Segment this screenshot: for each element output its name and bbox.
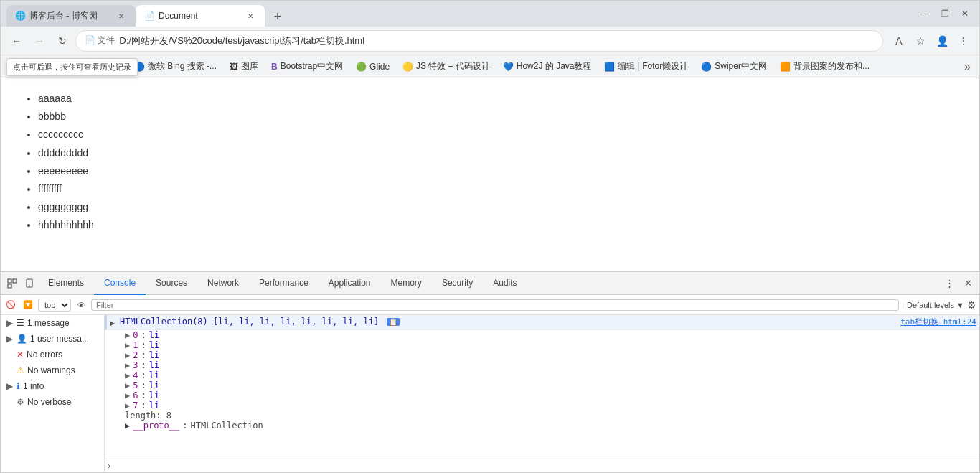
tree-item-0[interactable]: ▶ 0 : li [113, 330, 979, 340]
console-eye-icon[interactable]: 👁 [74, 298, 88, 312]
console-clear-button[interactable]: 🚫 [4, 298, 18, 312]
copy-icon[interactable]: 📋 [387, 318, 400, 326]
tab-2-title: Document [159, 11, 240, 21]
svg-rect-2 [8, 284, 11, 288]
console-errors[interactable]: ✕ No errors [1, 347, 104, 362]
tree-item-4[interactable]: ▶ 4 : li [113, 370, 979, 380]
devtools-close-button[interactable]: ✕ [959, 275, 976, 292]
reload-button[interactable]: ↻ [52, 31, 72, 51]
tab-2[interactable]: 📄 Document ✕ [136, 5, 265, 27]
bookmark-bg[interactable]: 🟧 背景图案的发布和... [774, 59, 875, 74]
devtools-tab-audits[interactable]: Audits [483, 272, 527, 295]
tree-item-5[interactable]: ▶ 5 : li [113, 380, 979, 390]
address-lock-icon: 📄 文件 [85, 34, 115, 47]
bookmarks-more-button[interactable]: » [961, 59, 974, 75]
tab-2-close[interactable]: ✕ [245, 10, 256, 22]
console-toolbar: 🚫 🔽 top 👁 | Default levels ▼ ⚙ [1, 295, 979, 315]
devtools-tab-network[interactable]: Network [197, 272, 249, 295]
list-icon: ☰ [17, 318, 24, 328]
maximize-button[interactable]: ❐ [936, 5, 953, 22]
console-warnings[interactable]: ⚠ No warnings [1, 362, 104, 378]
message-body: HTMLCollection(8) [li, li, li, li, li, l… [120, 317, 895, 327]
address-bar[interactable]: 📄 文件 [75, 30, 883, 52]
proto-val: HTMLCollection [191, 421, 263, 431]
bookmark-bootstrap[interactable]: B Bootstrap中文网 [265, 59, 349, 74]
console-settings-icon[interactable]: ⚙ [967, 299, 976, 311]
source-link[interactable]: tab栏切换.html:24 [895, 317, 976, 327]
tree-item-3[interactable]: ▶ 3 : li [113, 360, 979, 370]
translate-icon[interactable]: A [889, 31, 909, 51]
console-filter-toggle[interactable]: 🔽 [21, 298, 35, 312]
console-user-messages[interactable]: ▶ 👤 1 user messa... [1, 331, 104, 347]
html-collection-label[interactable]: HTMLCollection(8) [li, li, li, li, li, l… [120, 317, 384, 327]
console-context-select[interactable]: top [38, 299, 71, 312]
new-tab-button[interactable]: + [268, 6, 288, 27]
forward-button[interactable]: → [29, 31, 50, 51]
address-input[interactable] [119, 35, 874, 46]
bookmark-gallery[interactable]: 🖼 图库 [224, 59, 264, 74]
minimize-button[interactable]: — [916, 5, 933, 22]
expand-icon: ▶ [6, 318, 14, 328]
list-item: ddddddddd [38, 144, 962, 162]
tab-1[interactable]: 🌐 博客后台 - 博客园 ✕ [6, 5, 136, 27]
tree-expand-3: ▶ [125, 360, 130, 370]
message-expand-icon[interactable]: ▶ [110, 317, 120, 328]
tree-item-1[interactable]: ▶ 1 : li [113, 340, 979, 350]
bookmark-glide[interactable]: 🟢 Glide [350, 60, 395, 73]
console-body: ▶ ☰ 1 message ▶ 👤 1 user messa... ✕ No e… [1, 315, 979, 472]
tree-item-7[interactable]: ▶ 7 : li [113, 401, 979, 411]
back-button[interactable]: ← 点击可后退，按住可查看历史记录 [6, 31, 27, 51]
list-item: fffffffff [38, 180, 962, 198]
devtools-tab-elements[interactable]: Elements [38, 272, 94, 295]
console-input[interactable] [113, 461, 976, 471]
bookmark-js[interactable]: 🟡 JS 特效 – 代码设计 [397, 59, 496, 74]
devtools-panel: Elements Console Sources Network Perform… [1, 271, 979, 472]
devtools-device-icon[interactable] [21, 275, 38, 292]
back-tooltip: 点击可后退，按住可查看历史记录 [6, 58, 138, 76]
user-messages-label: 1 user messa... [30, 334, 89, 344]
console-left-panel: ▶ ☰ 1 message ▶ 👤 1 user messa... ✕ No e… [1, 315, 105, 472]
length-line: length: 8 [113, 411, 979, 421]
list-item: eeeeeeeee [38, 162, 962, 180]
bookmark-icon[interactable]: ☆ [910, 31, 930, 51]
console-group-messages[interactable]: ▶ ☰ 1 message [1, 315, 104, 331]
default-levels-button[interactable]: Default levels ▼ [907, 301, 964, 309]
verbose-label: No verbose [27, 397, 71, 407]
devtools-tab-security[interactable]: Security [432, 272, 483, 295]
console-info[interactable]: ▶ ℹ 1 info [1, 378, 104, 394]
console-message-row: ▶ HTMLCollection(8) [li, li, li, li, li,… [105, 315, 979, 330]
tree-item-2[interactable]: ▶ 2 : li [113, 350, 979, 360]
devtools-tab-bar: Elements Console Sources Network Perform… [1, 272, 979, 295]
devtools-tab-application[interactable]: Application [319, 272, 381, 295]
error-icon: ✕ [17, 350, 24, 360]
profile-icon[interactable]: 👤 [932, 31, 952, 51]
expand-icon: ▶ [6, 334, 14, 344]
tab-1-close[interactable]: ✕ [116, 10, 127, 22]
bookmark-bing[interactable]: 🔵 微软 Bing 搜索 -... [128, 59, 222, 74]
close-button[interactable]: ✕ [956, 5, 974, 22]
list-item: aaaaaa [38, 90, 962, 108]
list-item: ggggggggg [38, 198, 962, 216]
svg-rect-1 [13, 279, 17, 283]
proto-expand-icon: ▶ [125, 421, 130, 431]
bookmark-fotor[interactable]: 🟦 编辑 | Fotor懒设计 [598, 59, 694, 74]
devtools-tab-sources[interactable]: Sources [146, 272, 197, 295]
bookmark-swiper[interactable]: 🔵 Swiper中文网 [695, 59, 773, 74]
window-controls: — ❐ ✕ [916, 5, 974, 22]
devtools-inspect-icon[interactable] [4, 275, 21, 292]
devtools-tab-console[interactable]: Console [94, 272, 146, 295]
tree-item-6[interactable]: ▶ 6 : li [113, 390, 979, 401]
devtools-tab-performance[interactable]: Performance [249, 272, 319, 295]
proto-line[interactable]: ▶ __proto__ : HTMLCollection [113, 421, 979, 431]
tree-expand-4: ▶ [125, 370, 130, 380]
devtools-tab-memory[interactable]: Memory [381, 272, 432, 295]
menu-icon[interactable]: ⋮ [953, 31, 974, 51]
proto-key: __proto__ [133, 421, 179, 431]
tree-expand-0: ▶ [125, 330, 130, 340]
bookmark-how2j[interactable]: 💙 How2J 的 Java教程 [497, 59, 598, 74]
console-verbose[interactable]: ⚙ No verbose [1, 394, 104, 410]
devtools-more-button[interactable]: ⋮ [941, 275, 958, 292]
console-filter-input[interactable] [91, 299, 899, 311]
nav-bar: ← 点击可后退，按住可查看历史记录 → ↻ 📄 文件 A ☆ 👤 ⋮ [1, 27, 979, 55]
warning-icon: ⚠ [17, 365, 24, 375]
